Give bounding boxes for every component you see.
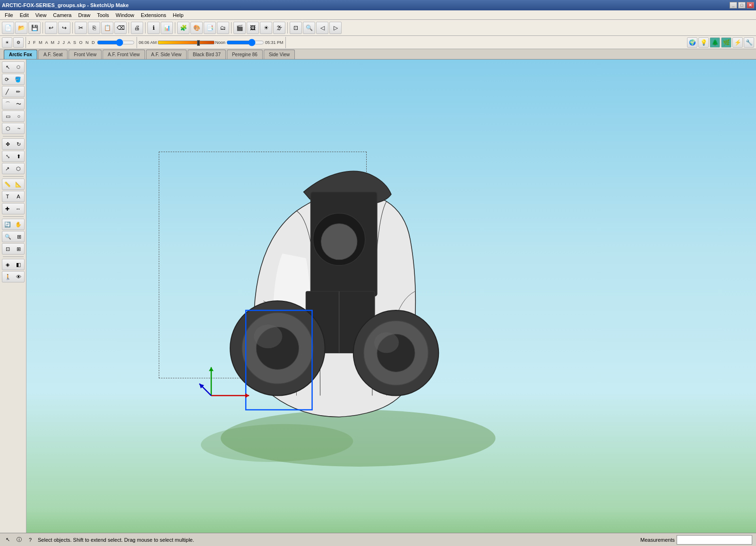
menu-edit[interactable]: Edit [17,11,32,19]
shadows-button[interactable]: ☀ [260,22,272,34]
status-bar: ↖ ⓘ ? Select objects. Shift to extend se… [0,533,756,546]
svg-marker-8 [199,384,204,388]
materials-browser[interactable]: 🎨 [190,22,203,34]
measurements-panel: Measurements [640,535,752,545]
follow-me-icon: ↗ [5,166,9,172]
viewport[interactable] [26,60,756,533]
offset-icon: ⬡ [16,166,21,172]
shadow-settings[interactable]: ⚙ [13,37,24,48]
menu-file[interactable]: File [2,11,16,19]
tree2-btn[interactable]: 🌿 [721,37,731,48]
time-start: 06:06 AM [139,40,157,45]
tab-side-view[interactable]: Side View [264,50,295,59]
plugin2-btn[interactable]: 🔧 [744,37,754,48]
geo-location[interactable]: 🌍 [687,37,697,48]
tab-black-bird[interactable]: Black Bird 37 [188,50,226,59]
right-disk [353,310,438,395]
menu-camera[interactable]: Camera [50,11,74,19]
pan-icon: ✋ [15,222,22,228]
measurements-label: Measurements [640,537,675,543]
zoom-window[interactable]: 🔍 [303,22,315,34]
time-noon: Noon [215,40,226,45]
rectangle-tool[interactable]: ▭ ○ [2,111,25,122]
copy-button[interactable]: ⎘ [88,22,100,34]
render-btn[interactable]: 💡 [698,37,709,48]
close-button[interactable]: ✕ [747,2,754,9]
head-rest [313,213,365,265]
zoom-next[interactable]: ▷ [329,22,342,34]
camera-tool[interactable]: 🚶 👁 [2,271,25,282]
separator1 [43,22,43,34]
fog-button[interactable]: 🌫 [273,22,285,34]
maximize-button[interactable]: □ [738,2,746,9]
cut-button[interactable]: ✂ [75,22,87,34]
polygon-tool[interactable]: ⬡ ~ [2,123,25,134]
menu-draw[interactable]: Draw [75,11,93,19]
undo-button[interactable]: ↩ [45,22,57,34]
erase-button[interactable]: ⌫ [114,22,127,34]
select-icon: ↖ [6,64,10,70]
minimize-button[interactable]: _ [730,2,737,9]
right-hub [377,334,415,372]
move-tool[interactable]: ✥ ↻ [2,138,25,150]
tab-arctic-fox[interactable]: Arctic Fox [4,50,37,59]
svg-line-7 [199,384,211,395]
menu-help[interactable]: Help [170,11,187,19]
scale-tool[interactable]: ⤡ ⬆ [2,151,25,162]
axes-icon: ✚ [5,206,9,212]
select-tool[interactable]: ↖ ⬡ [2,61,25,73]
redo-button[interactable]: ↪ [58,22,70,34]
tab-af-front-view[interactable]: A.F. Front View [103,50,145,59]
right-wheel-pod [353,310,438,395]
shadow-toggle[interactable]: ☀ [2,37,12,48]
3dtext-icon: A [17,194,20,199]
line-tool[interactable]: ╱ ✏ [2,86,25,97]
axes-tool[interactable]: ✚ ↔ [2,203,25,214]
freehand-icon: 〜 [16,101,21,108]
new-button[interactable]: 📄 [2,22,14,34]
paste-button[interactable]: 📋 [101,22,113,34]
save-button[interactable]: 💾 [28,22,41,34]
tab-af-side-view[interactable]: A.F. Side View [146,50,187,59]
styles-button[interactable]: 🖼 [247,22,259,34]
menu-tools[interactable]: Tools [94,11,112,19]
text-tool[interactable]: T A [2,191,25,202]
open-button[interactable]: 📂 [15,22,27,34]
bezier-icon: ~ [17,126,20,131]
lt-sep3 [3,216,24,217]
entity-info-button[interactable]: 📊 [161,22,173,34]
tree-btn[interactable]: 🌲 [710,37,720,48]
app-title: ARCTIC-FOX-SERIES_groups.skp - SketchUp … [2,2,129,8]
zoom-prev[interactable]: ◁ [316,22,328,34]
menu-extensions[interactable]: Extensions [138,11,169,19]
time-slider[interactable] [226,40,264,45]
scenes-button[interactable]: 🎬 [233,22,246,34]
scene-tabs: Arctic Fox A.F. Seat Front View A.F. Fro… [0,49,756,60]
time-sep [137,37,137,48]
arc-tool[interactable]: ⌒ 〜 [2,98,25,110]
orbit-tool[interactable]: 🔄 ✋ [2,219,25,230]
outliner-button[interactable]: 🗂 [217,22,229,34]
component-browser[interactable]: 🧩 [177,22,189,34]
zoom-extents[interactable]: ⊡ [290,22,302,34]
protractor-icon: 📐 [15,181,22,188]
print-button[interactable]: 🖨 [131,22,143,34]
shadow-toolbar: ☀ ⚙ J F M A M J J A S O N D 06:06 AM Noo… [0,36,756,49]
menu-window[interactable]: Window [113,11,137,19]
model-info-button[interactable]: ℹ [147,22,160,34]
month-slider[interactable] [97,40,135,45]
tab-af-seat[interactable]: A.F. Seat [38,50,68,59]
plugin1-btn[interactable]: ⚡ [732,37,743,48]
make-component[interactable]: ⟳ 🪣 [2,74,25,85]
tab-peregine[interactable]: Peregine 86 [227,50,263,59]
menu-view[interactable]: View [33,11,50,19]
section-plane[interactable]: ◈ ◧ [2,259,25,270]
zoom-tool[interactable]: 🔍 ⊞ [2,231,25,242]
tape-tool[interactable]: 📏 📐 [2,179,25,190]
lower-panel [306,291,375,353]
layers-button[interactable]: 📑 [204,22,216,34]
tab-front-view[interactable]: Front View [69,50,102,59]
measurements-input[interactable] [677,535,752,545]
zoom-extents-tool[interactable]: ⊡ ⊞ [2,243,25,255]
follow-me-tool[interactable]: ↗ ⬡ [2,163,25,174]
